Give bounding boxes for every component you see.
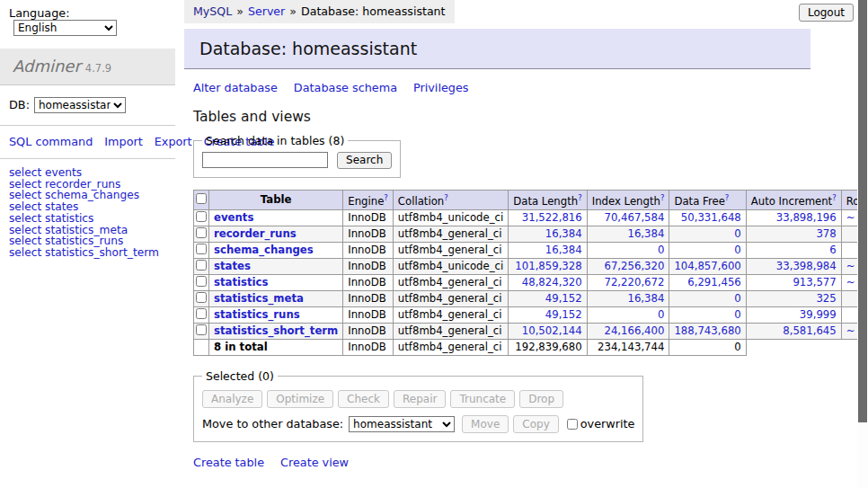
sidebar-table-links: select eventsselect recorder_runsselect …: [0, 159, 175, 267]
search-fieldset: Search data in tables (8) Search: [193, 134, 401, 178]
copy-button[interactable]: Copy: [513, 415, 558, 433]
topbar: MySQL»Server»Database: homeassistant Log…: [184, 0, 868, 22]
row-checkbox[interactable]: [196, 244, 207, 254]
breadcrumb-link-server[interactable]: Server: [248, 4, 285, 18]
help-icon[interactable]: ?: [660, 193, 665, 202]
move-button[interactable]: Move: [462, 415, 509, 433]
vertical-scrollbar[interactable]: [857, 0, 868, 488]
sidebar-select-statistics[interactable]: select statistics: [9, 213, 166, 225]
sidebar-select-statistics-short-term[interactable]: select statistics_short_term: [9, 247, 166, 259]
link-create-view[interactable]: Create view: [280, 456, 349, 469]
row-checkbox[interactable]: [196, 260, 207, 271]
total-data-length: 192,839,680: [509, 339, 587, 355]
table-row: statesInnoDButf8mb4_unicode_ci101,859,32…: [194, 258, 868, 274]
table-link-statistics-short-term[interactable]: statistics_short_term: [214, 324, 338, 337]
adminer-logo: Adminer4.7.9: [0, 49, 175, 85]
cell-data-length: 48,824,320: [509, 274, 587, 290]
cell-data-length: 16,384: [509, 226, 587, 242]
optimize-button[interactable]: Optimize: [267, 390, 333, 408]
drop-button[interactable]: Drop: [519, 390, 563, 408]
db-select[interactable]: homeassistant: [34, 97, 126, 113]
total-row: 8 in totalInnoDButf8mb4_general_ci192,83…: [194, 339, 868, 355]
help-icon[interactable]: ?: [725, 193, 730, 202]
select-all-checkbox[interactable]: [196, 193, 207, 204]
table-link-states[interactable]: states: [214, 260, 251, 272]
cell-engine: InnoDB: [343, 323, 394, 339]
search-legend: Search data in tables (8): [202, 134, 348, 147]
table-header-row: TableEngine?Collation?Data Length?Index …: [194, 191, 868, 210]
help-icon[interactable]: ?: [444, 193, 448, 202]
search-input[interactable]: [202, 152, 328, 168]
language-select[interactable]: English: [13, 20, 117, 36]
language-row: Language:English: [0, 0, 175, 40]
row-checkbox[interactable]: [196, 292, 207, 303]
main-content: Alter databaseDatabase schemaPrivileges …: [184, 81, 868, 488]
selected-buttons: AnalyzeOptimizeCheckRepairTruncateDrop: [202, 390, 634, 408]
link-database-schema[interactable]: Database schema: [294, 81, 397, 94]
total-data-free: 0: [669, 339, 746, 355]
search-button[interactable]: Search: [337, 152, 392, 169]
selected-legend: Selected (0): [202, 369, 278, 383]
table-link-recorder-runs[interactable]: recorder_runs: [214, 227, 297, 240]
row-check-cell: [194, 290, 209, 306]
row-checkbox[interactable]: [196, 227, 207, 238]
sidebar: Language:English Adminer4.7.9 DB:homeass…: [0, 0, 175, 488]
row-checkbox[interactable]: [196, 308, 207, 319]
cell-engine: InnoDB: [343, 258, 394, 274]
sidebar-select-events[interactable]: select events: [9, 167, 166, 179]
total-collation: utf8mb4_general_ci: [393, 339, 508, 355]
table-link-events[interactable]: events: [214, 211, 253, 224]
link-create-table[interactable]: Create table: [193, 456, 264, 469]
sidebar-action-import[interactable]: Import: [104, 135, 142, 148]
app-name[interactable]: Adminer: [13, 57, 81, 75]
cell-data-free: 0: [669, 226, 746, 242]
analyze-button[interactable]: Analyze: [202, 390, 262, 408]
cell-collation: utf8mb4_unicode_ci: [393, 258, 508, 274]
move-db-select[interactable]: homeassistant: [349, 416, 455, 432]
overwrite-checkbox[interactable]: [567, 419, 578, 430]
language-label: Language:: [9, 6, 69, 20]
sidebar-action-sql-command[interactable]: SQL command: [9, 135, 93, 148]
row-checkbox[interactable]: [196, 276, 207, 287]
row-checkbox[interactable]: [196, 211, 207, 222]
cell-data-free: 0: [669, 290, 746, 306]
row-checkbox[interactable]: [196, 324, 207, 335]
table-link-schema-changes[interactable]: schema_changes: [214, 244, 314, 256]
help-icon[interactable]: ?: [832, 193, 837, 202]
cell-auto-increment: 33,398,984: [746, 258, 841, 274]
logout-button[interactable]: Logout: [799, 4, 854, 22]
link-alter-database[interactable]: Alter database: [193, 81, 278, 94]
link-privileges[interactable]: Privileges: [413, 81, 469, 94]
app-version: 4.7.9: [85, 62, 111, 75]
sidebar-select-states[interactable]: select states: [9, 201, 166, 213]
breadcrumb-link-mysql[interactable]: MySQL: [193, 4, 232, 18]
table-row: statisticsInnoDButf8mb4_general_ci48,824…: [194, 274, 868, 290]
cell-index-length: 16,384: [587, 290, 669, 306]
repair-button[interactable]: Repair: [394, 390, 446, 408]
cell-index-length: 24,166,400: [587, 323, 669, 339]
check-button[interactable]: Check: [338, 390, 389, 408]
cell-auto-increment: 6: [746, 242, 841, 258]
row-check-cell: [194, 274, 209, 290]
help-icon[interactable]: ?: [384, 193, 388, 202]
help-icon[interactable]: ?: [578, 193, 582, 202]
table-row: eventsInnoDButf8mb4_unicode_ci31,522,816…: [194, 209, 868, 226]
table-link-statistics[interactable]: statistics: [214, 276, 268, 288]
scrollbar-thumb[interactable]: [858, 0, 867, 422]
create-links: Create tableCreate view: [193, 456, 868, 469]
table-row: recorder_runsInnoDButf8mb4_general_ci16,…: [194, 226, 868, 242]
cell-index-length: 0: [587, 242, 669, 258]
cell-index-length: 0: [587, 306, 669, 323]
cell-data-free: 104,857,600: [669, 258, 746, 274]
cell-table-name: states: [209, 258, 343, 274]
table-link-statistics-meta[interactable]: statistics_meta: [214, 292, 304, 305]
breadcrumb: MySQL»Server»Database: homeassistant: [184, 0, 455, 23]
cell-auto-increment: 913,577: [746, 274, 841, 290]
cell-data-free: 6,291,456: [669, 274, 746, 290]
overwrite-label: overwrite: [580, 417, 635, 430]
database-links: Alter databaseDatabase schemaPrivileges: [193, 81, 868, 94]
row-check-cell: [194, 242, 209, 258]
table-row: statistics_metaInnoDButf8mb4_general_ci4…: [194, 290, 868, 306]
truncate-button[interactable]: Truncate: [450, 390, 515, 408]
table-link-statistics-runs[interactable]: statistics_runs: [214, 308, 300, 321]
